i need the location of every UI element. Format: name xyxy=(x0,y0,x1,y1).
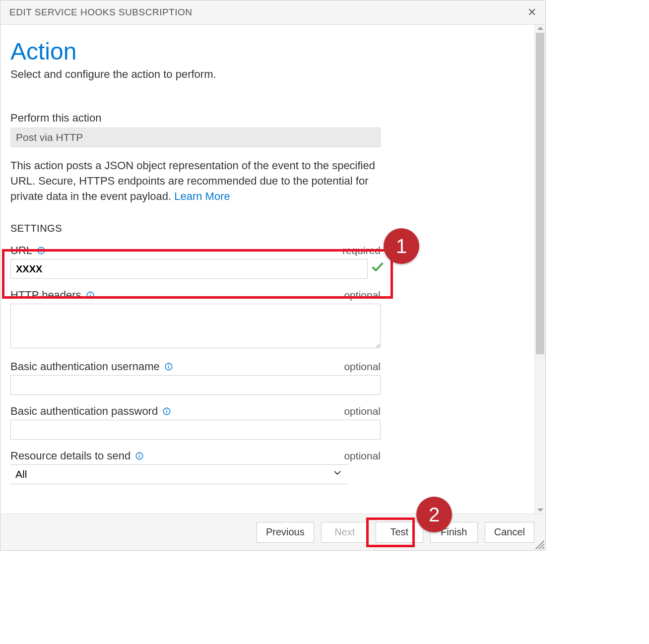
basic-pass-hint: optional xyxy=(344,405,381,417)
svg-line-17 xyxy=(542,547,544,549)
annotation-badge-2: 2 xyxy=(416,497,452,532)
action-value-box: Post via HTTP xyxy=(10,128,381,147)
dialog-body: Action Select and configure the action t… xyxy=(0,25,534,514)
dialog-title: EDIT SERVICE HOOKS SUBSCRIPTION xyxy=(9,7,192,18)
resource-details-label: Resource details to send xyxy=(10,450,130,462)
dialog-footer: Previous Next Test Finish Cancel xyxy=(0,514,545,550)
info-icon[interactable] xyxy=(85,290,95,300)
resource-details-row: Resource details to send optional All xyxy=(10,450,381,484)
page-title: Action xyxy=(10,38,524,65)
basic-pass-label: Basic authentication password xyxy=(10,405,158,418)
basic-user-hint: optional xyxy=(344,361,381,373)
close-icon[interactable]: ✕ xyxy=(527,6,536,19)
resource-details-value: All xyxy=(15,468,27,480)
url-input[interactable] xyxy=(10,259,368,279)
svg-point-2 xyxy=(41,249,42,250)
next-button[interactable]: Next xyxy=(321,522,369,543)
action-value: Post via HTTP xyxy=(16,131,83,143)
annotation-badge-1: 1 xyxy=(384,228,419,264)
check-ok-icon xyxy=(371,260,385,276)
resource-details-hint: optional xyxy=(344,450,381,462)
learn-more-link[interactable]: Learn More xyxy=(174,190,230,202)
url-hint: required xyxy=(342,245,381,257)
dialog-body-wrap: Action Select and configure the action t… xyxy=(0,25,545,514)
info-icon[interactable] xyxy=(162,406,172,416)
svg-point-14 xyxy=(139,454,140,455)
dialog-header: EDIT SERVICE HOOKS SUBSCRIPTION ✕ xyxy=(0,0,545,25)
svg-point-8 xyxy=(168,365,169,366)
scrollbar-thumb[interactable] xyxy=(536,33,544,354)
action-label: Perform this action xyxy=(10,112,524,125)
scroll-down-icon[interactable] xyxy=(537,509,543,512)
info-icon[interactable] xyxy=(36,246,46,256)
test-button[interactable]: Test xyxy=(376,522,423,543)
url-row: URL required xyxy=(10,244,381,279)
info-icon[interactable] xyxy=(134,451,144,461)
url-label: URL xyxy=(10,244,32,257)
basic-pass-row: Basic authentication password optional xyxy=(10,405,381,440)
action-description: This action posts a JSON object represen… xyxy=(10,158,392,204)
http-headers-hint: optional xyxy=(344,289,381,301)
scrollbar[interactable] xyxy=(534,25,545,514)
info-icon[interactable] xyxy=(164,362,174,372)
http-headers-label: HTTP headers xyxy=(10,289,81,302)
resource-details-select[interactable]: All xyxy=(10,464,348,484)
http-headers-row: HTTP headers optional xyxy=(10,289,381,350)
scrollbar-track[interactable] xyxy=(535,33,545,506)
dialog: EDIT SERVICE HOOKS SUBSCRIPTION ✕ Action… xyxy=(0,0,546,551)
svg-point-5 xyxy=(90,293,91,294)
previous-button[interactable]: Previous xyxy=(257,522,314,543)
scroll-up-icon[interactable] xyxy=(537,27,543,30)
svg-point-11 xyxy=(166,409,167,410)
page-subtitle: Select and configure the action to perfo… xyxy=(10,68,524,81)
http-headers-input[interactable] xyxy=(10,304,381,348)
resize-grip-icon[interactable] xyxy=(533,538,544,549)
cancel-button[interactable]: Cancel xyxy=(485,522,534,543)
basic-user-row: Basic authentication username optional xyxy=(10,360,381,395)
settings-heading: SETTINGS xyxy=(10,223,524,234)
chevron-down-icon xyxy=(332,467,343,481)
basic-pass-input[interactable] xyxy=(10,420,381,440)
basic-user-input[interactable] xyxy=(10,375,381,395)
basic-user-label: Basic authentication username xyxy=(10,360,160,373)
